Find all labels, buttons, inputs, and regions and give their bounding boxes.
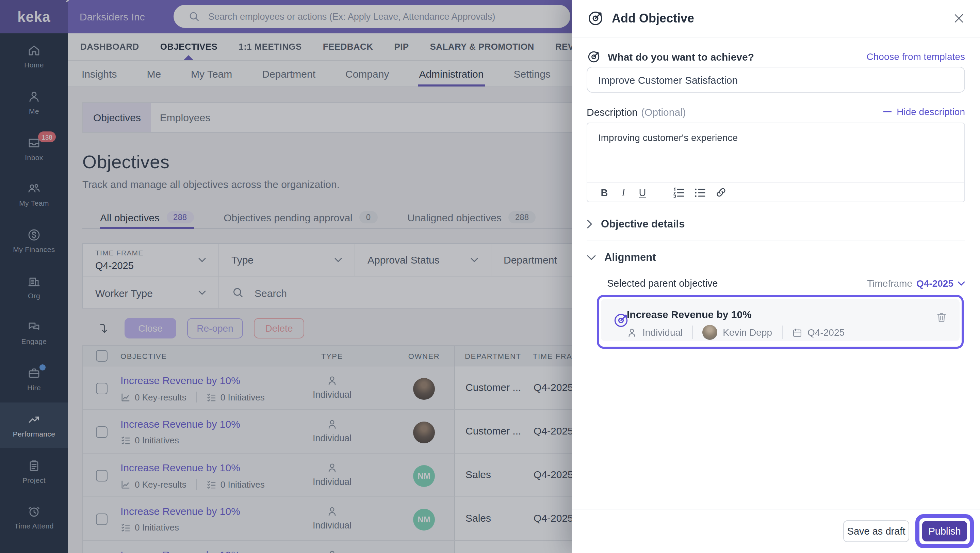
individual-icon [627,327,637,338]
description-input[interactable]: Improving customer's experience [587,123,964,182]
hide-description-link[interactable]: Hide description [883,106,965,117]
close-icon[interactable] [953,12,965,24]
minus-icon [883,111,891,112]
question-label: What do you want to achieve? [608,51,754,62]
panel-title: Add Objective [612,11,694,25]
ordered-list-icon[interactable] [673,187,685,198]
owner-avatar [702,325,717,340]
add-objective-panel: Add Objective What do you want to achiev… [572,0,980,553]
chevron-down-icon [587,254,596,260]
objective-title-input[interactable]: Improve Customer Satisfaction [587,67,965,92]
publish-highlight: Publish [915,514,974,548]
parent-objective-highlight: Increase Revenue by 10% Individual Kevin… [597,295,964,349]
timeframe-dropdown[interactable]: Timeframe Q4-2025 [867,278,965,289]
selected-parent-label: Selected parent objective [607,278,718,289]
choose-templates-link[interactable]: Choose from templates [867,51,965,62]
publish-button[interactable]: Publish [922,521,967,542]
chevron-down-icon [958,281,965,286]
keka-app: keka Darksiders Inc Search employees or … [0,0,980,553]
alignment-section[interactable]: Alignment [587,250,965,265]
parent-objective-card: Increase Revenue by 10% Individual Kevin… [601,299,959,341]
parent-objective-title: Increase Revenue by 10% [627,309,752,320]
bullet-list-icon[interactable] [694,187,706,198]
chevron-right-icon [587,219,593,229]
panel-header: Add Objective [572,0,980,37]
panel-footer: Save as draft Publish [572,509,980,553]
objective-target-icon [587,49,601,64]
panel-body: What do you want to achieve? Choose from… [572,38,980,509]
trash-icon[interactable] [936,311,947,324]
save-as-draft-button[interactable]: Save as draft [843,520,909,542]
editor-toolbar: B I U [587,182,964,202]
objective-target-icon [587,10,605,27]
objective-details-section[interactable]: Objective details [587,217,965,231]
calendar-icon [792,327,802,338]
italic-button[interactable]: I [619,186,628,198]
description-label: Description [587,106,638,118]
underline-button[interactable]: U [638,187,647,198]
link-icon[interactable] [715,186,727,198]
description-editor: Improving customer's experience B I U [587,123,965,202]
description-optional: (Optional) [641,106,686,118]
bold-button[interactable]: B [600,187,609,198]
